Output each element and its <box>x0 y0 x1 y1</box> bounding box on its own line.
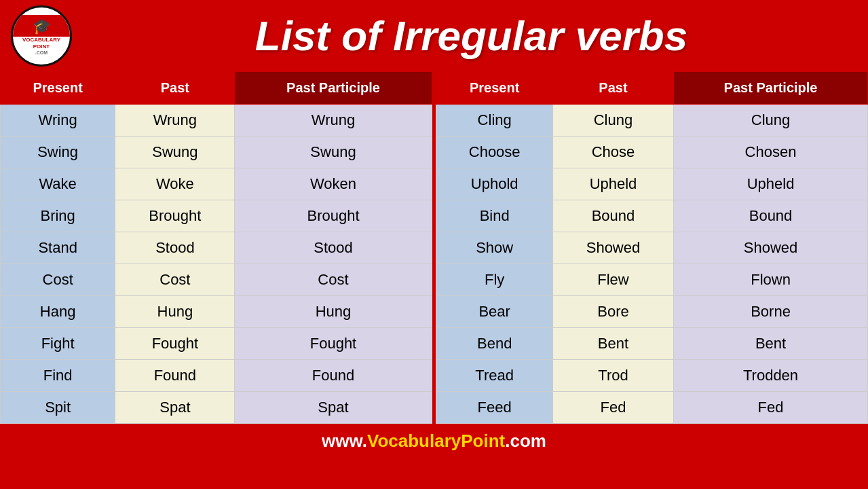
cell-past: Upheld <box>552 168 673 200</box>
cell-present: Bind <box>436 200 552 232</box>
cell-past: Fed <box>552 392 673 424</box>
cell-participle: Bound <box>674 200 868 232</box>
table-row: Bind Bound Bound <box>436 200 868 232</box>
left-col-past: Past <box>115 72 235 105</box>
table-row: Uphold Upheld Upheld <box>436 168 868 200</box>
right-verb-table: Present Past Past Participle Cling Clung… <box>436 71 868 424</box>
table-row: Stand Stood Stood <box>1 232 432 264</box>
footer-text: www.VocabularyPoint.com <box>322 431 546 452</box>
table-row: Show Showed Showed <box>436 232 868 264</box>
header: 🎓 VOCABULARYPOINT.COM List of Irregular … <box>0 0 868 71</box>
cell-present: Cost <box>1 264 115 296</box>
cell-participle: Fed <box>674 392 868 424</box>
cell-past: Fought <box>115 328 235 360</box>
left-verb-table: Present Past Past Participle Wring Wrung… <box>0 71 432 424</box>
cell-present: Choose <box>436 137 552 168</box>
cell-past: Showed <box>552 232 673 264</box>
cell-participle: Chosen <box>674 137 868 168</box>
cell-present: Swing <box>1 137 115 168</box>
cell-participle: Woken <box>235 168 432 200</box>
cell-present: Spit <box>1 392 115 424</box>
cell-participle: Brought <box>235 200 432 232</box>
table-row: Wring Wrung Wrung <box>1 105 432 137</box>
cell-participle: Cost <box>235 264 432 296</box>
table-row: Cost Cost Cost <box>1 264 432 296</box>
cell-participle: Hung <box>235 296 432 328</box>
table-row: Bring Brought Brought <box>1 200 432 232</box>
cell-participle: Bent <box>674 328 868 360</box>
table-row: Find Found Found <box>1 360 432 392</box>
cell-present: Fight <box>1 328 115 360</box>
cell-past: Flew <box>552 264 673 296</box>
cell-participle: Found <box>235 360 432 392</box>
cell-participle: Stood <box>235 232 432 264</box>
logo: 🎓 VOCABULARYPOINT.COM <box>11 5 72 67</box>
cell-past: Bore <box>552 296 673 328</box>
cell-present: Uphold <box>436 168 552 200</box>
cell-past: Stood <box>115 232 235 264</box>
table-row: Fight Fought Fought <box>1 328 432 360</box>
cell-participle: Clung <box>674 105 868 137</box>
table-row: Feed Fed Fed <box>436 392 868 424</box>
table-row: Cling Clung Clung <box>436 105 868 137</box>
content: Present Past Past Participle Wring Wrung… <box>0 71 868 424</box>
cell-past: Clung <box>552 105 673 137</box>
cell-present: Fly <box>436 264 552 296</box>
left-col-participle: Past Participle <box>235 72 432 105</box>
cell-participle: Swung <box>235 137 432 168</box>
table-row: Spit Spat Spat <box>1 392 432 424</box>
cell-participle: Spat <box>235 392 432 424</box>
cell-present: Bring <box>1 200 115 232</box>
cell-past: Wrung <box>115 105 235 137</box>
cell-present: Hang <box>1 296 115 328</box>
cell-present: Feed <box>436 392 552 424</box>
cell-past: Cost <box>115 264 235 296</box>
table-row: Swing Swung Swung <box>1 137 432 168</box>
cell-past: Spat <box>115 392 235 424</box>
footer: www.VocabularyPoint.com <box>0 424 868 458</box>
cell-participle: Borne <box>674 296 868 328</box>
cell-participle: Trodden <box>674 360 868 392</box>
cell-present: Show <box>436 232 552 264</box>
cell-past: Found <box>115 360 235 392</box>
cell-past: Swung <box>115 137 235 168</box>
table-row: Hang Hung Hung <box>1 296 432 328</box>
cell-past: Bent <box>552 328 673 360</box>
cell-past: Brought <box>115 200 235 232</box>
cell-past: Woke <box>115 168 235 200</box>
table-row: Tread Trod Trodden <box>436 360 868 392</box>
table-row: Fly Flew Flown <box>436 264 868 296</box>
cell-participle: Upheld <box>674 168 868 200</box>
table-row: Wake Woke Woken <box>1 168 432 200</box>
page-title: List of Irregular verbs <box>86 12 857 60</box>
cell-present: Cling <box>436 105 552 137</box>
cell-past: Trod <box>552 360 673 392</box>
cell-past: Hung <box>115 296 235 328</box>
cell-past: Bound <box>552 200 673 232</box>
right-col-past: Past <box>552 72 673 105</box>
cell-present: Wake <box>1 168 115 200</box>
left-col-present: Present <box>1 72 115 105</box>
cell-participle: Showed <box>674 232 868 264</box>
cell-participle: Wrung <box>235 105 432 137</box>
table-row: Bear Bore Borne <box>436 296 868 328</box>
right-col-participle: Past Participle <box>674 72 868 105</box>
cell-present: Bear <box>436 296 552 328</box>
cell-present: Wring <box>1 105 115 137</box>
cell-participle: Flown <box>674 264 868 296</box>
table-row: Bend Bent Bent <box>436 328 868 360</box>
cell-present: Tread <box>436 360 552 392</box>
cell-present: Stand <box>1 232 115 264</box>
right-col-present: Present <box>436 72 552 105</box>
cell-present: Find <box>1 360 115 392</box>
cell-participle: Fought <box>235 328 432 360</box>
cell-present: Bend <box>436 328 552 360</box>
table-row: Choose Chose Chosen <box>436 137 868 168</box>
cell-past: Chose <box>552 137 673 168</box>
